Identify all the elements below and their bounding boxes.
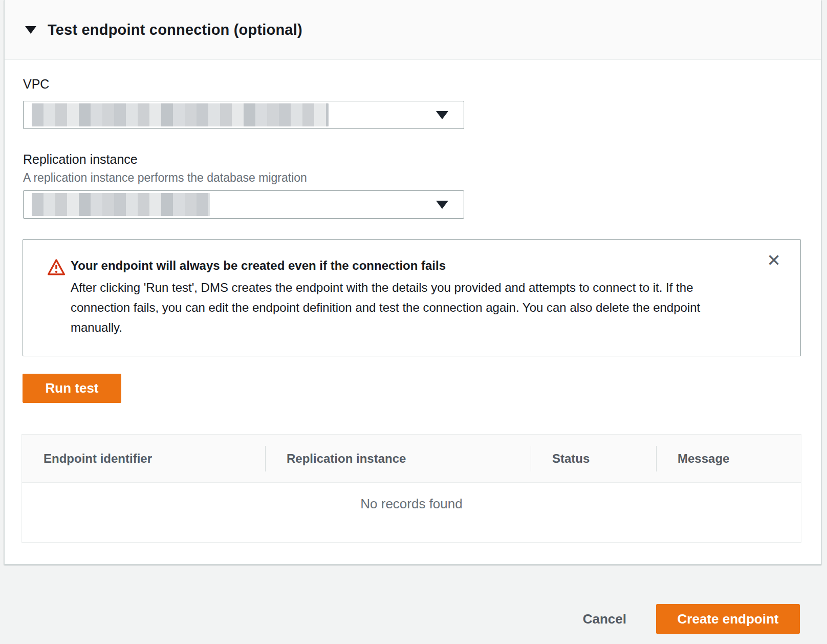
chevron-down-icon <box>436 111 448 119</box>
replication-instance-label: Replication instance <box>23 152 138 167</box>
column-header-label: Message <box>678 452 729 466</box>
test-results-table: Endpoint identifier Replication instance… <box>21 434 801 543</box>
form-footer-actions: Cancel Create endpoint <box>583 604 800 634</box>
table-header-row: Endpoint identifier Replication instance… <box>22 435 801 483</box>
test-endpoint-connection-panel: Test endpoint connection (optional) VPC … <box>4 0 821 565</box>
column-divider <box>265 446 266 471</box>
create-endpoint-button[interactable]: Create endpoint <box>656 604 800 634</box>
vpc-selected-value-redacted <box>32 103 329 126</box>
column-header-endpoint-identifier: Endpoint identifier <box>22 435 265 482</box>
warning-title: Your endpoint will always be created eve… <box>71 257 737 274</box>
column-header-replication-instance: Replication instance <box>265 435 531 482</box>
column-header-message: Message <box>656 435 801 482</box>
run-test-button[interactable]: Run test <box>23 374 121 403</box>
column-header-status: Status <box>531 435 656 482</box>
replication-instance-select[interactable] <box>23 190 464 219</box>
vpc-select[interactable] <box>23 101 464 129</box>
warning-text-block: Your endpoint will always be created eve… <box>71 257 737 337</box>
column-divider <box>656 446 657 471</box>
vpc-label: VPC <box>23 77 49 92</box>
cancel-button[interactable]: Cancel <box>583 611 626 627</box>
chevron-down-icon <box>436 201 448 209</box>
empty-state-message: No records found <box>22 483 801 512</box>
warning-triangle-icon <box>47 258 66 276</box>
replication-instance-selected-value-redacted <box>32 193 210 216</box>
column-header-label: Endpoint identifier <box>43 452 152 466</box>
panel-header-toggle[interactable]: Test endpoint connection (optional) <box>5 0 821 60</box>
panel-title: Test endpoint connection (optional) <box>48 22 302 38</box>
replication-instance-description: A replication instance performs the data… <box>23 171 307 185</box>
close-icon[interactable]: ✕ <box>767 252 781 269</box>
column-divider <box>531 446 531 471</box>
column-header-label: Status <box>552 452 590 466</box>
collapse-caret-icon <box>25 26 36 34</box>
page: Test endpoint connection (optional) VPC … <box>0 0 827 644</box>
column-header-label: Replication instance <box>287 452 406 466</box>
warning-alert: Your endpoint will always be created eve… <box>23 239 801 356</box>
warning-body: After clicking 'Run test', DMS creates t… <box>71 277 737 337</box>
